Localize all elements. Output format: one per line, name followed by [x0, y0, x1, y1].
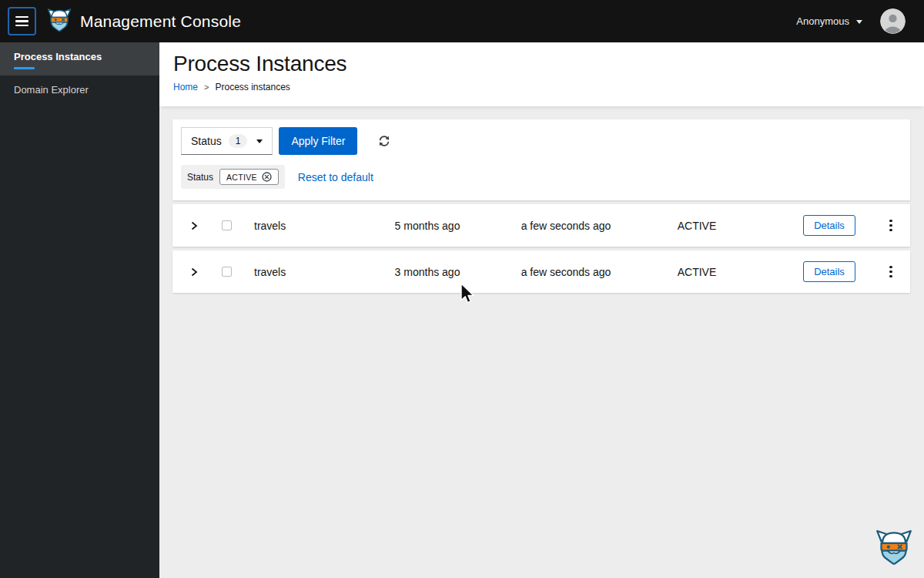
filter-count-badge: 1 [229, 134, 248, 148]
details-button[interactable]: Details [803, 215, 855, 236]
breadcrumb-separator: > [204, 82, 209, 92]
kebab-dot [889, 224, 892, 227]
process-instance-row: travels 5 months ago a few seconds ago A… [172, 204, 910, 247]
kebab-menu-button[interactable] [885, 261, 896, 282]
expand-row-button[interactable] [186, 218, 202, 234]
sync-icon [378, 135, 390, 147]
process-started: 5 months ago [362, 220, 493, 232]
avatar[interactable] [880, 8, 906, 34]
chevron-right-icon [189, 267, 199, 277]
filter-toolbar-card: Status 1 Apply Filter Status [172, 119, 910, 200]
process-state: ACTIVE [639, 220, 755, 232]
kebab-dot [889, 229, 892, 231]
breadcrumb-home-link[interactable]: Home [173, 82, 198, 92]
hamburger-bar [15, 16, 28, 18]
row-checkbox[interactable] [222, 220, 232, 230]
breadcrumb-current: Process instances [215, 82, 290, 92]
chevron-down-icon [256, 139, 263, 143]
filter-toolbar: Status 1 Apply Filter [181, 127, 902, 155]
kebab-dot [889, 220, 892, 222]
status-chip-group: Status ACTIVE [181, 165, 285, 189]
expand-row-button[interactable] [186, 264, 202, 280]
process-name: travels [246, 220, 362, 232]
refresh-button[interactable] [378, 135, 390, 147]
chevron-down-icon[interactable] [856, 20, 862, 24]
chip-label: ACTIVE [226, 173, 257, 182]
chip-group-label: Status [187, 172, 213, 183]
status-select-label: Status [191, 135, 222, 147]
chevron-right-icon [189, 221, 199, 230]
viking-logo-icon [47, 8, 72, 35]
kebab-menu-button[interactable] [885, 215, 896, 236]
kebab-dot [889, 271, 892, 273]
hamburger-menu-button[interactable] [8, 7, 36, 35]
sidebar-item-label: Process Instances [14, 51, 102, 62]
times-circle-icon [262, 172, 272, 182]
masthead-user-area: Anonymous [796, 8, 906, 34]
sidebar-item-domain-explorer[interactable]: Domain Explorer [0, 76, 159, 104]
status-filter-select[interactable]: Status 1 [181, 127, 273, 155]
process-instance-row: travels 3 months ago a few seconds ago A… [172, 250, 910, 293]
kebab-dot [889, 266, 892, 268]
details-button[interactable]: Details [803, 261, 855, 282]
active-filter-chip: ACTIVE [219, 169, 279, 185]
hamburger-bar [15, 20, 28, 22]
masthead: Management Console Anonymous [0, 0, 924, 42]
user-menu-label[interactable]: Anonymous [796, 15, 849, 27]
process-last-update: a few seconds ago [493, 220, 639, 232]
app-title: Management Console [80, 12, 241, 31]
reset-to-default-link[interactable]: Reset to default [298, 171, 373, 183]
hamburger-bar [15, 25, 28, 27]
apply-filter-button[interactable]: Apply Filter [279, 127, 357, 155]
remove-chip-button[interactable] [262, 172, 272, 182]
page-title: Process Instances [173, 52, 910, 76]
content-area: Status 1 Apply Filter Status [159, 106, 924, 293]
main-content: Process Instances Home > Process instanc… [159, 42, 924, 578]
process-state: ACTIVE [639, 266, 755, 278]
process-started: 3 months ago [362, 266, 493, 278]
page-header: Process Instances Home > Process instanc… [159, 42, 924, 106]
sidebar-item-process-instances[interactable]: Process Instances [0, 42, 159, 76]
applied-filters-row: Status ACTIVE Reset to default [181, 165, 902, 189]
row-checkbox[interactable] [222, 267, 232, 277]
sidebar-item-label: Domain Explorer [14, 84, 89, 96]
breadcrumb: Home > Process instances [173, 82, 910, 92]
active-nav-underline [14, 67, 35, 69]
viking-watermark-icon [875, 529, 912, 569]
sidebar: Process Instances Domain Explorer [0, 42, 159, 578]
process-last-update: a few seconds ago [493, 266, 639, 278]
kebab-dot [889, 275, 892, 277]
process-name: travels [246, 266, 362, 278]
